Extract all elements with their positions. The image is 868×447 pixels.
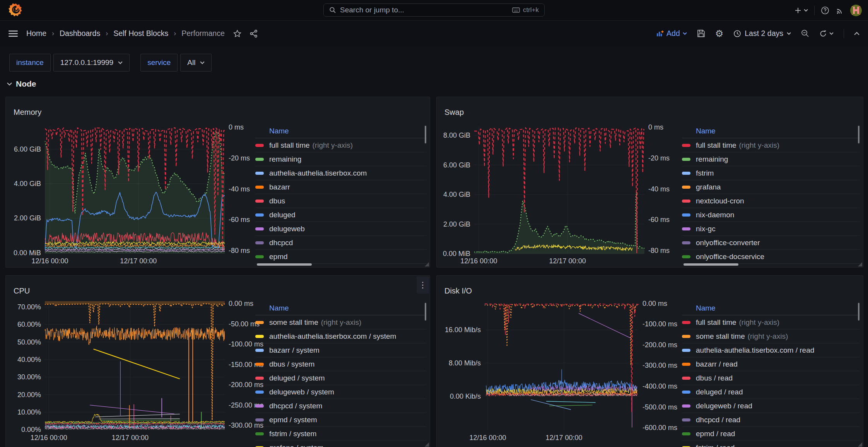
legend-row[interactable]: full stall time(right y-axis)	[255, 138, 427, 152]
legend-vertical-scrollbar[interactable]	[858, 303, 859, 321]
panel-cpu: CPU 70.00%60.00%50.00%40.00%30.00%20.00%…	[5, 275, 430, 447]
legend-horizontal-scrollbar[interactable]	[683, 263, 738, 266]
legend-row[interactable]: fstrim / system	[255, 427, 427, 440]
favorite-star-icon[interactable]	[233, 30, 241, 38]
series-color-pill	[255, 391, 264, 394]
news-rss-icon[interactable]	[836, 6, 844, 15]
legend-vertical-scrollbar[interactable]	[425, 303, 426, 321]
add-button[interactable]: Add	[656, 29, 687, 38]
panel-menu-icon[interactable]: ⋮	[417, 276, 429, 293]
help-icon[interactable]	[821, 6, 829, 15]
legend-row[interactable]: authelia-authelia.tiserbox.com / system	[255, 329, 427, 343]
variable-instance-select[interactable]: 127.0.0.1:19999	[53, 54, 130, 72]
legend-row[interactable]: authelia-authelia.tiserbox.com / read	[682, 343, 860, 357]
legend-row[interactable]: dhcpcd / read	[682, 413, 860, 427]
legend-row[interactable]: delugeweb	[255, 222, 427, 235]
legend-row[interactable]: remaining	[255, 152, 427, 166]
legend-header[interactable]: Name	[682, 124, 860, 138]
panel-resize-handle[interactable]	[858, 262, 862, 266]
legend-vertical-scrollbar[interactable]	[425, 126, 426, 143]
new-menu-button[interactable]	[795, 7, 808, 14]
series-name: dbus / read	[696, 374, 733, 382]
grafana-logo-icon[interactable]	[9, 3, 23, 17]
legend-vertical-scrollbar[interactable]	[858, 126, 859, 143]
series-color-pill	[255, 200, 264, 203]
search-input[interactable]: Search or jump to... ctrl+k	[323, 3, 545, 17]
legend-row[interactable]: remaining	[682, 152, 860, 166]
y-tick-label: 4.00 GiB	[8, 180, 41, 187]
legend-row[interactable]: delugeweb / system	[255, 385, 427, 399]
collapse-toolbar-icon[interactable]	[854, 32, 859, 35]
legend-row[interactable]: full stall time(right y-axis)	[682, 138, 860, 152]
y-tick-label: 0.00 ms	[642, 300, 667, 307]
breadcrumb-folder[interactable]: Self Host Blocks	[113, 29, 168, 38]
menu-toggle-icon[interactable]	[9, 30, 18, 37]
legend-row[interactable]: bazarr	[255, 180, 427, 194]
legend-row[interactable]: dbus	[255, 194, 427, 208]
legend-row[interactable]: dbus / read	[682, 371, 860, 385]
legend-header[interactable]: Name	[682, 301, 860, 315]
series-name: fstrim	[269, 266, 287, 267]
top-bar: Search or jump to... ctrl+k	[0, 0, 868, 21]
breadcrumb-dashboards[interactable]: Dashboards	[60, 29, 100, 38]
series-name: nextcloud-cron	[696, 197, 744, 205]
row-node-toggle[interactable]: Node	[7, 79, 36, 89]
share-icon[interactable]	[250, 30, 258, 38]
legend-row[interactable]: onlyoffice-converter	[682, 235, 860, 249]
divider	[814, 6, 815, 15]
series-color-pill	[682, 335, 690, 338]
user-avatar[interactable]	[850, 5, 862, 16]
legend-row[interactable]: bazarr / system	[255, 343, 427, 357]
legend-row[interactable]: delugeweb / read	[682, 399, 860, 413]
legend-row[interactable]: fstrim	[682, 166, 860, 180]
legend-row[interactable]: dbus / system	[255, 357, 427, 371]
legend-row[interactable]: epmd / read	[682, 427, 860, 440]
chevron-down-icon	[7, 82, 12, 86]
legend-row[interactable]: deluged / system	[255, 371, 427, 385]
y-tick-label: 8.00 Mib/s	[439, 360, 481, 367]
legend-row[interactable]: deluged	[255, 208, 427, 222]
series-color-pill	[682, 432, 690, 435]
legend-row[interactable]: dhcpcd	[255, 235, 427, 249]
legend-row[interactable]: onlyoffice-docservice	[682, 249, 860, 263]
legend-horizontal-scrollbar[interactable]	[257, 263, 312, 266]
legend-row[interactable]: some stall time(right y-axis)	[682, 329, 860, 343]
legend-row[interactable]: grafana	[682, 180, 860, 194]
legend-row[interactable]: epmd / system	[255, 413, 427, 427]
legend-row[interactable]: authelia-authelia.tiserbox.com	[255, 166, 427, 180]
time-range-picker[interactable]: Last 2 days	[733, 29, 791, 38]
series-name: some stall time	[696, 332, 745, 341]
nav-bar: Home › Dashboards › Self Host Blocks › P…	[0, 21, 868, 46]
legend-row[interactable]: deluged / read	[682, 385, 860, 399]
breadcrumb-home[interactable]: Home	[26, 29, 46, 38]
save-dashboard-icon[interactable]	[697, 29, 705, 38]
panel-resize-handle[interactable]	[425, 262, 429, 266]
series-name: onlyoffice-docservice	[696, 253, 764, 261]
legend-row[interactable]: nextcloud-cron	[682, 194, 860, 208]
y-tick-label: -40 ms	[229, 186, 250, 193]
legend-header[interactable]: Name	[255, 124, 427, 138]
legend-row[interactable]: some stall time(right y-axis)	[255, 315, 427, 329]
refresh-button[interactable]	[819, 30, 834, 38]
variable-instance-label: instance	[9, 54, 51, 72]
legend-row[interactable]: dhcpcd / system	[255, 399, 427, 413]
legend-row[interactable]: nix-daemon	[682, 208, 860, 222]
series-name: bazarr / read	[696, 360, 738, 369]
y-tick-label: 0.00 MiB	[8, 249, 41, 256]
legend-row[interactable]: nix-gc	[682, 222, 860, 235]
legend-row[interactable]: bazarr / read	[682, 357, 860, 371]
legend-header[interactable]: Name	[255, 301, 427, 315]
variable-service-select[interactable]: All	[180, 54, 212, 72]
dashboard-settings-icon[interactable]: ⚙	[715, 28, 724, 39]
legend-row[interactable]: full stall time(right y-axis)	[682, 315, 860, 329]
variable-service: service All	[140, 54, 212, 72]
legend-row[interactable]: grafana / system	[255, 440, 427, 447]
legend-row[interactable]: epmd	[255, 249, 427, 263]
panel-resize-handle[interactable]	[425, 442, 429, 447]
series-color-pill	[682, 321, 690, 324]
grafana-dashboard: Search or jump to... ctrl+k	[0, 0, 868, 447]
series-color-pill	[255, 349, 264, 352]
legend-row[interactable]: fstrim / read	[682, 440, 860, 447]
zoom-out-icon[interactable]	[801, 29, 809, 38]
panel-resize-handle[interactable]	[858, 442, 862, 447]
